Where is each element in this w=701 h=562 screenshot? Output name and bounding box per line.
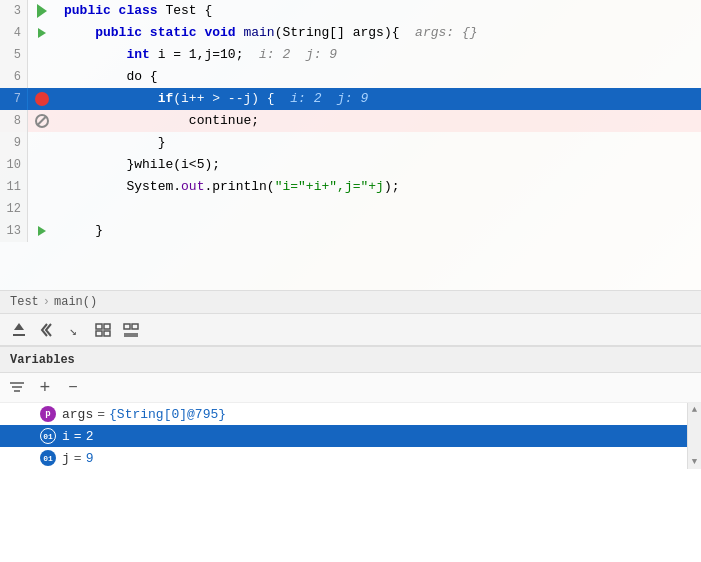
step-back-button[interactable] xyxy=(36,319,58,341)
var-toolbar: + − xyxy=(0,373,701,403)
code-editor: 3 public class Test { 4 public static vo… xyxy=(0,0,701,290)
line-number-6: 6 xyxy=(0,66,28,88)
breadcrumb-class: Test xyxy=(10,295,39,309)
step-out-button[interactable] xyxy=(8,319,30,341)
svg-rect-5 xyxy=(96,331,102,336)
gutter-4 xyxy=(28,22,56,44)
svg-rect-7 xyxy=(124,324,130,329)
var-badge-i: 01 xyxy=(40,428,56,444)
var-row-j[interactable]: 01 j = 9 xyxy=(0,447,701,469)
gutter-11 xyxy=(28,176,56,198)
var-eq-args: = xyxy=(97,407,105,422)
code-line-9: 9 } xyxy=(0,132,701,154)
line-number-3: 3 xyxy=(0,0,28,22)
gutter-9 xyxy=(28,132,56,154)
add-watch-button[interactable]: + xyxy=(34,377,56,399)
code-line-12: 12 xyxy=(0,198,701,220)
variable-list: p args = {String[0]@795} 01 i = 2 01 j =… xyxy=(0,403,701,469)
svg-text:↘: ↘ xyxy=(69,323,77,338)
gutter-5 xyxy=(28,44,56,66)
panel-title: Variables xyxy=(10,353,75,367)
gutter-13 xyxy=(28,220,56,242)
code-content-13: } xyxy=(56,220,701,242)
gutter-6 xyxy=(28,66,56,88)
svg-rect-0 xyxy=(13,334,25,336)
gutter-12 xyxy=(28,198,56,220)
code-content-9: } xyxy=(56,132,701,154)
panel-header: Variables xyxy=(0,347,701,373)
show-all-button[interactable] xyxy=(92,319,114,341)
code-content-11: System.out.println("i="+i+",j="+j); xyxy=(56,176,701,198)
var-name-i: i xyxy=(62,429,70,444)
code-content-8: continue; xyxy=(56,110,701,132)
code-line-4: 4 public static void main(String[] args)… xyxy=(0,22,701,44)
svg-rect-3 xyxy=(96,324,102,329)
gutter-10 xyxy=(28,154,56,176)
svg-marker-1 xyxy=(14,323,24,330)
var-val-args: {String[0]@795} xyxy=(109,407,226,422)
line-number-7: 7 xyxy=(0,88,28,110)
var-badge-j: 01 xyxy=(40,450,56,466)
var-badge-args: p xyxy=(40,406,56,422)
var-name-args: args xyxy=(62,407,93,422)
breadcrumb-bar: Test › main() xyxy=(0,290,701,314)
code-content-4: public static void main(String[] args){ … xyxy=(56,22,701,44)
code-line-13: 13 } xyxy=(0,220,701,242)
breadcrumb-method: main() xyxy=(54,295,97,309)
minus-button[interactable]: − xyxy=(62,377,84,399)
no-stop-icon xyxy=(35,114,49,128)
var-row-i[interactable]: 01 i = 2 xyxy=(0,425,701,447)
var-val-i: 2 xyxy=(86,429,94,444)
var-row-args[interactable]: p args = {String[0]@795} xyxy=(0,403,701,425)
var-name-j: j xyxy=(62,451,70,466)
code-content-10: }while(i<5); xyxy=(56,154,701,176)
breadcrumb-separator: › xyxy=(43,295,50,309)
var-val-j: 9 xyxy=(86,451,94,466)
code-content-5: int i = 1,j=10; i: 2 j: 9 xyxy=(56,44,701,66)
scroll-up-button[interactable]: ▲ xyxy=(688,403,702,417)
code-line-11: 11 System.out.println("i="+i+",j="+j); xyxy=(0,176,701,198)
line-number-12: 12 xyxy=(0,198,28,220)
line-number-10: 10 xyxy=(0,154,28,176)
gutter-8 xyxy=(28,110,56,132)
variables-panel: Variables + − p args = {String[0]@795} 0… xyxy=(0,346,701,469)
breakpoint-icon xyxy=(35,92,49,106)
scroll-down-button[interactable]: ▼ xyxy=(688,455,702,469)
debug-arrow-13-icon xyxy=(38,226,46,236)
line-number-4: 4 xyxy=(0,22,28,44)
code-line-3: 3 public class Test { xyxy=(0,0,701,22)
var-eq-j: = xyxy=(74,451,82,466)
code-line-10: 10 }while(i<5); xyxy=(0,154,701,176)
filter-button[interactable] xyxy=(6,377,28,399)
line-number-11: 11 xyxy=(0,176,28,198)
collapse-button[interactable] xyxy=(120,319,142,341)
gutter-3 xyxy=(28,0,56,22)
code-content-12 xyxy=(56,198,701,220)
code-line-8: 8 continue; xyxy=(0,110,701,132)
line-number-13: 13 xyxy=(0,220,28,242)
code-line-6: 6 do { xyxy=(0,66,701,88)
step-into-button[interactable]: ↘ xyxy=(64,319,86,341)
line-number-5: 5 xyxy=(0,44,28,66)
debug-arrow-icon xyxy=(37,4,47,18)
code-line-5: 5 int i = 1,j=10; i: 2 j: 9 xyxy=(0,44,701,66)
code-content-6: do { xyxy=(56,66,701,88)
line-number-9: 9 xyxy=(0,132,28,154)
debug-toolbar: ↘ xyxy=(0,314,701,346)
gutter-7 xyxy=(28,88,56,110)
code-content-3: public class Test { xyxy=(56,0,701,22)
code-line-7: 7 if(i++ > --j) { i: 2 j: 9 xyxy=(0,88,701,110)
svg-rect-4 xyxy=(104,324,110,329)
svg-rect-6 xyxy=(104,331,110,336)
var-eq-i: = xyxy=(74,429,82,444)
debug-arrow-small-icon xyxy=(38,28,46,38)
svg-rect-8 xyxy=(132,324,138,329)
scroll-bar: ▲ ▼ xyxy=(687,403,701,469)
line-number-8: 8 xyxy=(0,110,28,132)
code-content-7: if(i++ > --j) { i: 2 j: 9 xyxy=(56,88,701,110)
